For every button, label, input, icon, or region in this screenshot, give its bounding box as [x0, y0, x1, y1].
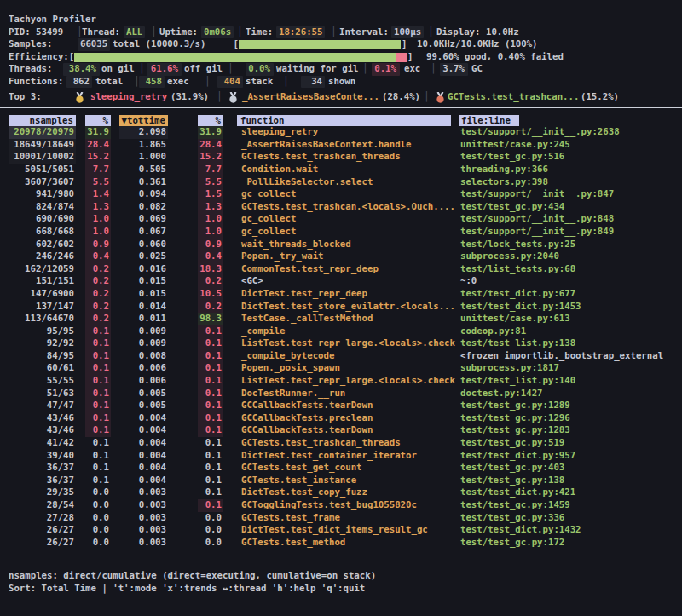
- cell-fn: GCTests.test_get_count: [241, 462, 456, 475]
- cell-tt: 0.067: [119, 226, 168, 239]
- cell-tt: 0.016: [119, 263, 168, 276]
- cell-p2: 1.3: [198, 201, 223, 214]
- table-row: 137/1470.20.0140.2DictTest.test_store_ev…: [0, 301, 682, 314]
- table-row: 26/270.00.0030.0DictTest.test_dict_items…: [0, 524, 682, 537]
- column-header-tottime[interactable]: ▼tottime: [119, 115, 168, 127]
- separator-line: [0, 107, 682, 108]
- cell-ns: 47/47: [9, 400, 76, 412]
- column-header-nsamples[interactable]: nsamples: [9, 115, 76, 127]
- cell-p2: 0.0: [198, 512, 223, 525]
- cell-p2: 28.4: [198, 139, 223, 152]
- cell-fl: test/test_gc.py:172: [460, 537, 680, 550]
- cell-fn: DocTestRunner.__run: [241, 388, 456, 400]
- cell-tt: 0.003: [119, 486, 168, 499]
- cell-tt: 1.000: [119, 151, 168, 164]
- text-segment: waiting for gil: [276, 63, 359, 76]
- cell-p1: 0.0: [85, 524, 111, 537]
- cell-tt: 0.004: [119, 437, 168, 450]
- functions-total: 862: [66, 76, 92, 89]
- cell-p1: 0.1: [85, 337, 111, 350]
- cell-fl: test/support/__init__.py:849: [460, 226, 680, 239]
- cell-p2: 0.1: [198, 424, 223, 437]
- samples-total: 66035: [78, 38, 110, 51]
- cell-tt: 0.009: [119, 325, 168, 338]
- cell-fn: GCTogglingTests.test_bug1055820c: [241, 499, 456, 512]
- cell-tt: 0.006: [119, 375, 168, 388]
- uptime-value: 0m06s: [201, 26, 234, 39]
- cell-fn: DictTest.test_repr_deep: [241, 288, 456, 301]
- cell-tt: 0.006: [119, 362, 168, 375]
- cell-p1: 0.0: [85, 537, 111, 550]
- app-title: Tachyon Profiler: [9, 14, 96, 26]
- thread-value: ALL: [124, 26, 145, 39]
- cell-fn: GCTests.test_trashcan.<locals>.Ouch....: [241, 201, 456, 214]
- column-header-file-line[interactable]: file:line: [459, 115, 519, 127]
- cell-ns: 29/35: [9, 486, 76, 499]
- table-row: 47/470.10.0050.1GCCallbackTests.tearDown…: [0, 400, 682, 412]
- top3-pct: (15.2%): [581, 91, 619, 104]
- cell-tt: 0.008: [119, 350, 168, 363]
- text-segment: │: [228, 63, 233, 76]
- display-label: Display:: [436, 26, 486, 39]
- efficiency-bar: [74, 53, 407, 62]
- table-row: 39/400.10.0040.1DictTest.test_container_…: [0, 450, 682, 463]
- cell-p1: 0.2: [85, 263, 111, 276]
- interval-value: 100µs: [391, 26, 424, 39]
- cell-p2: 5.5: [198, 176, 223, 189]
- cell-p2: 0.9: [198, 239, 223, 251]
- table-row: 41/420.10.0040.1GCTests.test_trashcan_th…: [0, 437, 682, 450]
- text-segment: │: [237, 26, 242, 39]
- cell-fl: test/support/__init__.py:848: [460, 213, 680, 226]
- text-segment: │: [331, 26, 336, 39]
- cell-ns: 113/64670: [9, 313, 76, 325]
- cell-fl: <frozen importlib._bootstrap_external: [460, 350, 680, 363]
- cell-p2: 0.1: [198, 375, 223, 388]
- cell-fl: test/lock_tests.py:25: [460, 239, 680, 251]
- cell-ns: 602/602: [9, 239, 76, 251]
- cell-fl: test/test_gc.py:138: [460, 475, 680, 487]
- text-segment: on gil: [101, 63, 135, 76]
- table-row: 95/950.10.0090.1_compilecodeop.py:81: [0, 325, 682, 338]
- cell-fl: test/test_dict.py:957: [460, 450, 680, 463]
- column-header-pct[interactable]: %: [198, 115, 223, 127]
- column-header-function[interactable]: function: [237, 115, 451, 127]
- cell-fl: subprocess.py:2040: [460, 250, 680, 263]
- cell-tt: 0.025: [119, 250, 168, 263]
- cell-fn: DictTest.test_container_iterator: [241, 450, 456, 463]
- cell-fn: ListTest.test_repr_large.<locals>.check: [241, 337, 456, 350]
- info-line: PID: 53499│Thread: ALL│Uptime: 0m06s│Tim…: [0, 26, 682, 39]
- cell-fn: gc_collect: [241, 226, 456, 239]
- cell-p2: 18.3: [198, 263, 223, 276]
- cell-ns: 18649/18649: [9, 139, 76, 152]
- cell-fl: test/test_dict.py:677: [460, 288, 680, 301]
- cell-tt: 0.014: [119, 301, 168, 314]
- cell-ns: 162/12059: [9, 263, 76, 276]
- table-row: 668/6681.00.0671.0gc_collecttest/support…: [0, 226, 682, 239]
- cell-tt: 0.003: [119, 537, 168, 550]
- cell-p1: 0.2: [85, 275, 111, 288]
- text-segment: GC: [471, 63, 483, 76]
- cell-p1: 0.0: [85, 486, 111, 499]
- cell-fl: test/test_gc.py:1459: [460, 499, 680, 512]
- cell-p1: 0.0: [85, 512, 111, 525]
- text-segment: ]: [407, 51, 413, 64]
- time-value: 18:26:55: [276, 26, 325, 39]
- cell-p2: 0.1: [198, 475, 223, 487]
- cell-ns: 60/61: [9, 362, 76, 375]
- table-row: 36/370.10.0040.1GCTests.test_instancetes…: [0, 475, 682, 487]
- cell-ns: 84/95: [9, 350, 76, 363]
- cell-p1: 0.0: [85, 499, 111, 512]
- table-row: 28/540.00.0030.1GCTogglingTests.test_bug…: [0, 499, 682, 512]
- cell-p1: 0.2: [85, 313, 111, 325]
- cell-p1: 31.9: [85, 126, 111, 139]
- table-row: 84/950.10.0080.1_compile_bytecode<frozen…: [0, 350, 682, 363]
- cell-fl: selectors.py:398: [460, 176, 680, 189]
- silver-medal-icon: [228, 92, 239, 103]
- column-header-pct[interactable]: %: [85, 115, 111, 127]
- cell-fl: test/test_gc.py:1283: [460, 424, 680, 437]
- cell-fl: doctest.py:1427: [460, 388, 680, 400]
- text-segment: │: [424, 91, 429, 104]
- cell-fn: _compile_bytecode: [241, 350, 456, 363]
- table-header-row: nsamples%▼tottime%functionfile:line: [0, 115, 682, 127]
- time-label: Time:: [246, 26, 279, 39]
